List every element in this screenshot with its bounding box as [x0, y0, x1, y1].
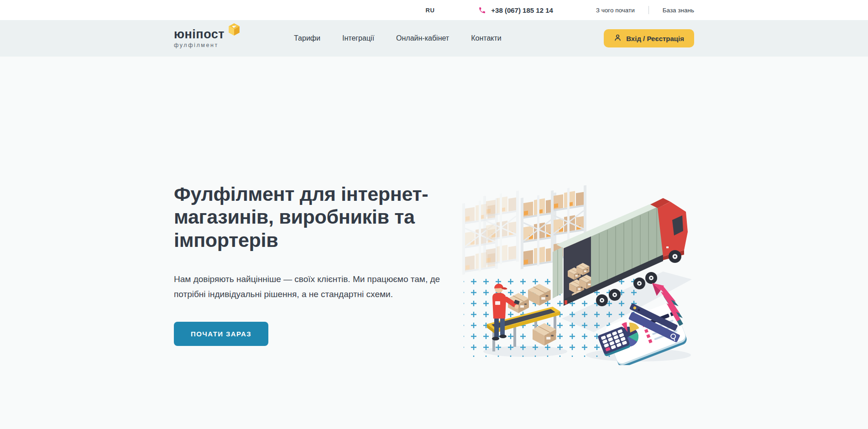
phone-number: +38 (067) 185 12 14	[491, 6, 553, 14]
site-header: юніпост фулфілмент Тарифи Інтеграції Онл…	[0, 20, 868, 57]
language-switcher[interactable]: RU	[426, 7, 435, 14]
login-button[interactable]: Вхід / Реєстрація	[604, 29, 694, 47]
phone-link[interactable]: +38 (067) 185 12 14	[478, 6, 553, 14]
logo[interactable]: юніпост фулфілмент	[174, 28, 240, 48]
warehouse-illustration	[457, 178, 694, 365]
hero-description: Нам довіряють найцінніше — своїх клієнті…	[174, 272, 454, 302]
nav-item-contacts[interactable]: Контакти	[471, 34, 502, 42]
login-button-label: Вхід / Реєстрація	[626, 35, 684, 42]
main-nav: Тарифи Інтеграції Онлайн-кабінет Контакт…	[294, 34, 502, 42]
logo-subtitle: фулфілмент	[174, 42, 225, 48]
topbar: RU +38 (067) 185 12 14 З чого почати Баз…	[0, 0, 868, 20]
phone-icon	[478, 6, 486, 14]
start-now-button[interactable]: ПОЧАТИ ЗАРАЗ	[174, 322, 268, 346]
nav-item-tariffs[interactable]: Тарифи	[294, 34, 320, 42]
nav-item-integrations[interactable]: Інтеграції	[342, 34, 374, 42]
hero-section: Фулфілмент для інтернет-магазинів, вироб…	[0, 57, 868, 429]
parcel-cube-icon	[228, 23, 240, 38]
link-getting-started[interactable]: З чого почати	[596, 7, 635, 14]
logo-title: юніпост	[174, 28, 225, 41]
page-title: Фулфілмент для інтернет-магазинів, вироб…	[174, 183, 476, 251]
user-icon	[614, 34, 622, 43]
topbar-divider	[648, 6, 649, 14]
link-knowledge-base[interactable]: База знань	[663, 7, 694, 14]
nav-item-online-cabinet[interactable]: Онлайн-кабінет	[396, 34, 449, 42]
